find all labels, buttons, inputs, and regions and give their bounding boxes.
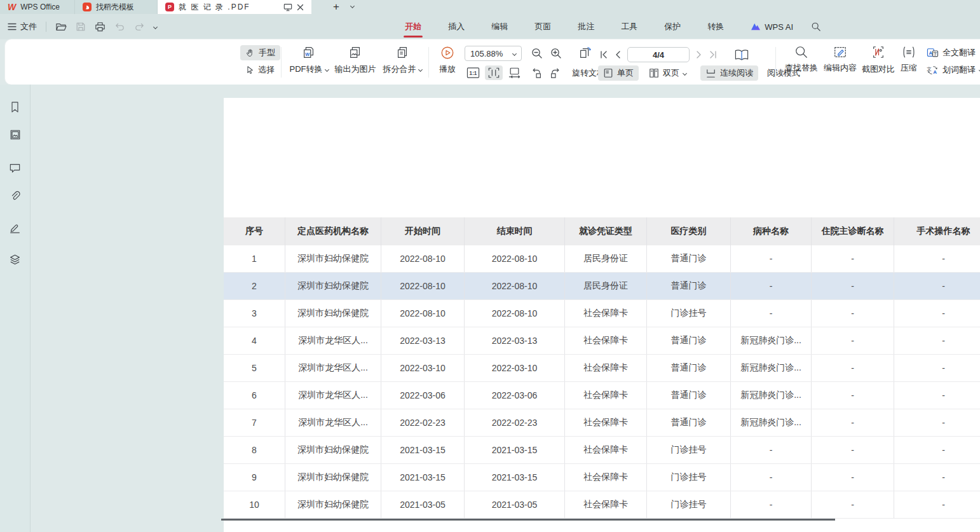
screenshot-compare-button[interactable]: 截图对比 [859, 45, 898, 75]
play-button[interactable]: 播放 [435, 45, 460, 75]
toolbar: 手型 选择 W PDF转换 输出为图片 拆分合并 [5, 39, 980, 85]
tab-pdf-document[interactable]: P 就 医 记 录 .PDF [158, 0, 311, 14]
table-cell: 2022-02-23 [381, 409, 465, 436]
print-icon[interactable] [95, 22, 105, 32]
table-cell: 普通门诊 [647, 409, 731, 436]
rotate-left-icon[interactable] [530, 67, 543, 79]
table-cell: - [812, 355, 894, 381]
table-cell: - [731, 491, 812, 518]
fit-width-button[interactable] [485, 65, 503, 80]
table-header-cell: 结束时间 [465, 217, 565, 245]
thumbnail-icon[interactable] [8, 128, 22, 142]
table-cell: - [812, 437, 894, 463]
pdf-convert-icon: W [301, 45, 316, 60]
table-cell: 新冠肺炎门诊... [731, 327, 812, 354]
table-row: 4深圳市龙华区人...2022-03-132022-03-13社会保障卡普通门诊… [224, 327, 980, 355]
svg-text:1:1: 1:1 [470, 71, 477, 76]
word-translate-label: 划词翻译 [943, 64, 976, 76]
save-icon[interactable] [76, 22, 86, 32]
table-cell: 2022-08-10 [465, 273, 565, 299]
find-replace-button[interactable]: 查找替换 [782, 45, 821, 74]
last-page-icon[interactable] [709, 50, 718, 59]
table-cell: - [812, 409, 894, 436]
export-image-button[interactable]: 输出为图片 [332, 45, 378, 75]
edit-content-button[interactable]: 编辑内容 [820, 45, 860, 74]
prev-page-icon[interactable] [615, 50, 621, 59]
signature-icon[interactable] [8, 221, 22, 235]
table-bottom-scrollbar[interactable] [221, 519, 835, 521]
tab-overflow-chevron-icon[interactable] [350, 4, 355, 8]
docer-icon [83, 3, 92, 11]
menu-tab-tools[interactable]: 工具 [620, 17, 639, 36]
table-header-cell: 医疗类别 [647, 217, 731, 245]
rotate-right-icon[interactable] [548, 67, 562, 79]
full-translate-label: 全文翻译 [943, 47, 976, 58]
file-menu-button[interactable]: 文件 [8, 21, 37, 32]
menu-tab-convert[interactable]: 转换 [706, 17, 725, 36]
hand-tool-button[interactable]: 手型 [240, 45, 280, 60]
new-tab-icon[interactable]: + [328, 1, 344, 13]
rotate-pages-icon[interactable] [578, 46, 593, 61]
menu-tab-insert[interactable]: 插入 [447, 17, 466, 36]
select-tool-label: 选择 [258, 64, 275, 76]
table-header-cell: 定点医药机构名称 [285, 217, 381, 245]
table-cell: 2021-03-15 [381, 437, 465, 463]
table-cell: 2022-03-10 [465, 355, 565, 381]
menu-tab-protect[interactable]: 保护 [663, 17, 682, 36]
table-cell: 5 [224, 355, 285, 381]
tab-wps-office[interactable]: W WPS Office [0, 0, 75, 14]
attachment-icon[interactable] [8, 189, 22, 203]
svg-text:A: A [933, 69, 937, 75]
table-cell: - [894, 491, 980, 518]
menu-tab-edit[interactable]: 编辑 [490, 17, 509, 36]
page-indicator-input[interactable]: 4/4 [627, 47, 690, 62]
layers-icon[interactable] [8, 252, 22, 266]
full-translate-button[interactable]: A 字 全文翻译 [927, 46, 980, 60]
split-merge-label: 拆分合并 [383, 64, 416, 75]
screen-share-icon[interactable] [283, 3, 292, 11]
pdf-convert-button[interactable]: W PDF转换 [287, 45, 331, 75]
menu-tab-page[interactable]: 页面 [533, 17, 552, 36]
zoom-in-icon[interactable] [550, 47, 562, 60]
close-tab-icon[interactable] [297, 4, 304, 11]
fit-page-button[interactable] [508, 67, 521, 79]
continuous-read-button[interactable]: 连续阅读 [700, 65, 758, 81]
next-page-icon[interactable] [696, 50, 702, 59]
wps-ai-button[interactable]: WPS AI [751, 22, 793, 32]
single-page-button[interactable]: 单页 [598, 65, 639, 81]
double-page-icon [649, 68, 659, 78]
quickbar-more-chevron-icon[interactable] [153, 24, 158, 29]
first-page-icon[interactable] [599, 50, 608, 59]
table-cell: 居民身份证 [565, 245, 647, 272]
table-cell: 2021-03-15 [465, 437, 565, 463]
split-merge-button[interactable]: 拆分合并 [380, 45, 425, 75]
chevron-down-icon [683, 71, 687, 75]
table-cell: - [894, 409, 980, 436]
table-cell: - [812, 491, 894, 518]
table-cell: 2022-03-06 [465, 382, 565, 409]
search-icon[interactable] [811, 22, 821, 32]
play-label: 播放 [439, 64, 456, 75]
undo-icon[interactable] [114, 22, 125, 31]
table-cell: 新冠肺炎门诊... [731, 409, 812, 436]
double-page-button[interactable]: 双页 [644, 65, 691, 81]
comment-icon[interactable] [8, 161, 22, 175]
table-cell: - [731, 245, 812, 272]
word-translate-button[interactable]: 文 A 划词翻译 [927, 63, 980, 77]
table-cell: 普通门诊 [647, 382, 731, 409]
open-folder-icon[interactable] [55, 22, 67, 32]
zoom-out-icon[interactable] [531, 47, 543, 60]
table-row: 9深圳市妇幼保健院2021-03-152021-03-15社会保障卡门诊挂号--… [224, 464, 980, 491]
menu-tab-comment[interactable]: 批注 [576, 17, 595, 36]
bookmark-icon[interactable] [8, 100, 22, 114]
menu-tab-home[interactable]: 开始 [404, 17, 423, 36]
tab-docer[interactable]: 找稻壳模板 [75, 0, 158, 14]
menu-bar: 文件 开始 插入 编辑 页面 批注 工具 保护 转换 [0, 14, 980, 39]
compress-button[interactable]: 压缩 [896, 45, 922, 74]
redo-icon[interactable] [134, 22, 145, 31]
read-mode-icon[interactable] [734, 48, 749, 62]
zoom-level-select[interactable]: 105.88% [465, 46, 522, 61]
table-row: 7深圳市龙华区人...2022-02-232022-02-23社会保障卡普通门诊… [224, 409, 980, 437]
select-tool-button[interactable]: 选择 [240, 62, 280, 78]
actual-size-button[interactable]: 1:1 [466, 67, 480, 79]
